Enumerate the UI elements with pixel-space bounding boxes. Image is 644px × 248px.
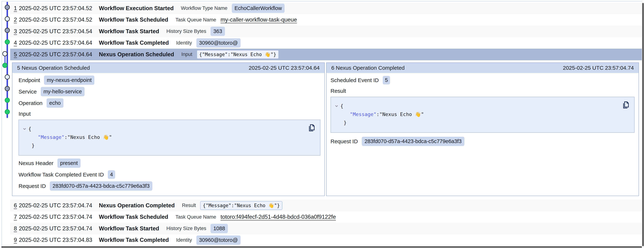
- nexus-operation-scheduled-panel: 5 Nexus Operation Scheduled 2025-02-25 U…: [12, 62, 325, 196]
- endpoint-id-link[interactable]: 3c0c75ccfa8144b092c13ce632463761: [51, 195, 148, 196]
- event-time: 2025-02-25 UTC 23:57:04.64: [19, 51, 99, 58]
- event-id-link[interactable]: 5: [10, 51, 19, 58]
- event-id-link[interactable]: 2: [10, 16, 19, 23]
- frame-top-border: [2, 1, 642, 1]
- event-detail-group: 5 Nexus Operation Scheduled 2025-02-25 U…: [12, 62, 639, 196]
- json-open-brace: {: [340, 102, 343, 110]
- event-10-dot-icon[interactable]: [5, 109, 10, 114]
- panel-timestamp: 2025-02-25 UTC 23:57:04.74: [563, 65, 634, 71]
- field-value-badge: my-nexus-endpoint: [44, 75, 94, 85]
- field-value-badge: 5: [383, 76, 390, 84]
- result-label: Result: [330, 86, 634, 96]
- event-id-link[interactable]: 1: [10, 5, 19, 12]
- json-value: "Nexus Echo 👋": [68, 133, 112, 141]
- event-row-4[interactable]: 4 2025-02-25 UTC 23:57:04.64 Workflow Ta…: [10, 37, 642, 49]
- task-queue-link[interactable]: my-caller-workflow-task-queue: [220, 16, 297, 23]
- bottom-edge-bar: [2, 247, 642, 248]
- json-close-brace: }: [344, 119, 346, 127]
- event-time: 2025-02-25 UTC 23:57:04.74: [19, 202, 99, 209]
- event-attr-label: Identity: [176, 237, 192, 243]
- event-9-dot-icon[interactable]: [5, 98, 10, 103]
- event-row-3[interactable]: 3 2025-02-25 UTC 23:57:04.54 Workflow Ta…: [10, 25, 642, 37]
- nexus-operation-completed-panel: 6 Nexus Operation Completed 2025-02-25 U…: [326, 62, 639, 196]
- event-time: 2025-02-25 UTC 23:57:04.64: [19, 39, 99, 46]
- input-label: Input: [18, 109, 320, 119]
- field-label: Scheduled Event ID: [330, 77, 379, 83]
- json-close-brace: }: [32, 141, 34, 150]
- event-name: Workflow Task Completed: [99, 237, 169, 243]
- event-time: 2025-02-25 UTC 23:57:04.52: [19, 5, 99, 12]
- json-key: "Message": [38, 133, 64, 141]
- field-label: Endpoint: [18, 77, 40, 83]
- copy-button[interactable]: [621, 100, 630, 110]
- event-attr-label: Task Queue Name: [176, 214, 216, 220]
- collapse-chevron-icon[interactable]: [22, 127, 27, 131]
- event-id-link[interactable]: 7: [10, 214, 19, 220]
- event-time: 2025-02-25 UTC 23:57:04.83: [19, 237, 99, 243]
- event-id-link[interactable]: 3: [10, 28, 19, 35]
- field-label: Operation: [18, 100, 42, 106]
- copy-icon: [307, 123, 316, 132]
- event-attr-badge: 1088: [210, 224, 228, 233]
- event-8-dot-icon[interactable]: [5, 86, 10, 91]
- collapse-chevron-icon[interactable]: [334, 104, 339, 108]
- event-payload-badge: {"Message":"Nexus Echo 👋"}: [197, 50, 279, 59]
- field-value-badge: present: [58, 159, 80, 168]
- event-attr-badge: EchoCallerWorkflow: [232, 4, 285, 13]
- copy-icon: [622, 101, 630, 109]
- json-value: "Nexus Echo 👋": [380, 110, 424, 119]
- event-row-2[interactable]: 2 2025-02-25 UTC 23:57:04.52 Workflow Ta…: [10, 14, 642, 26]
- panel-body: Scheduled Event ID 5 Result {: [326, 73, 638, 147]
- json-open-brace: {: [28, 125, 31, 133]
- event-3-dot-icon[interactable]: [5, 28, 10, 33]
- field-label: Request ID: [330, 138, 358, 145]
- event-attr-label: History Size Bytes: [166, 226, 206, 231]
- field-value-badge: 4: [108, 170, 115, 179]
- event-id-link[interactable]: 9: [10, 237, 19, 243]
- copy-button[interactable]: [307, 123, 316, 133]
- event-attr-badge: 30960@totoro@: [196, 38, 241, 47]
- event-time: 2025-02-25 UTC 23:57:04.74: [19, 214, 99, 220]
- task-queue-link[interactable]: totoro:f494fecf-2d51-4d48-bdcd-036a0f912…: [220, 214, 336, 220]
- event-id-link[interactable]: 4: [10, 39, 19, 46]
- panel-header: 6 Nexus Operation Completed 2025-02-25 U…: [326, 63, 638, 73]
- event-time: 2025-02-25 UTC 23:57:04.52: [19, 16, 99, 23]
- event-row-8[interactable]: 8 2025-02-25 UTC 23:57:04.74 Workflow Ta…: [10, 223, 642, 234]
- event-id-link[interactable]: 8: [10, 225, 19, 232]
- event-name: Workflow Task Completed: [99, 39, 169, 46]
- json-colon: :: [64, 133, 67, 141]
- event-name: Workflow Task Started: [99, 28, 159, 35]
- json-key: "Message": [350, 110, 376, 119]
- field-value-badge: 283fd070-d57a-4423-bdca-c5c779e6a3f3: [362, 137, 464, 146]
- event-id-link[interactable]: 6: [10, 202, 19, 209]
- event-row-6[interactable]: 6 2025-02-25 UTC 23:57:04.74 Nexus Opera…: [10, 200, 642, 211]
- field-label: Request ID: [18, 183, 46, 189]
- panel-title: 6 Nexus Operation Completed: [331, 65, 405, 71]
- event-4-dot-icon[interactable]: [5, 39, 10, 44]
- event-time: 2025-02-25 UTC 23:57:04.74: [19, 225, 99, 232]
- event-name: Workflow Task Started: [99, 225, 159, 232]
- event-7-dot-icon[interactable]: [5, 74, 10, 79]
- event-attr-label: Workflow Type Name: [181, 5, 228, 11]
- event-6-dot-icon[interactable]: [2, 63, 8, 68]
- event-attr-badge: 363: [210, 27, 225, 36]
- event-row-5-selected[interactable]: 5 2025-02-25 UTC 23:57:04.64 Nexus Opera…: [10, 49, 642, 60]
- scrollbar-thumb[interactable]: [642, 3, 644, 246]
- event-attr-label: History Size Bytes: [166, 28, 206, 34]
- event-row-1[interactable]: 1 2025-02-25 UTC 23:57:04.52 Workflow Ex…: [10, 2, 642, 14]
- scrollbar-track[interactable]: [642, 0, 644, 248]
- json-colon: :: [376, 110, 379, 119]
- event-row-9[interactable]: 9 2025-02-25 UTC 23:57:04.83 Workflow Ta…: [10, 234, 642, 246]
- event-payload-badge: {"Message":"Nexus Echo 👋"}: [200, 201, 282, 210]
- event-timeline: [0, 0, 10, 127]
- workflow-history-view: 1 2025-02-25 UTC 23:57:04.52 Workflow Ex…: [0, 0, 644, 248]
- event-rows-bottom: 6 2025-02-25 UTC 23:57:04.74 Nexus Opera…: [10, 200, 642, 246]
- event-5-dot-icon[interactable]: [2, 51, 8, 56]
- field-value-badge: 283fd070-d57a-4423-bdca-c5c779e6a3f3: [50, 181, 152, 191]
- event-row-7[interactable]: 7 2025-02-25 UTC 23:57:04.74 Workflow Ta…: [10, 211, 642, 223]
- event-1-dot-icon[interactable]: [5, 5, 10, 10]
- event-2-dot-icon[interactable]: [5, 16, 10, 21]
- event-rows-top: 1 2025-02-25 UTC 23:57:04.52 Workflow Ex…: [10, 2, 642, 60]
- event-attr-label: Input: [181, 51, 192, 57]
- field-value-badge: my-hello-service: [41, 87, 84, 96]
